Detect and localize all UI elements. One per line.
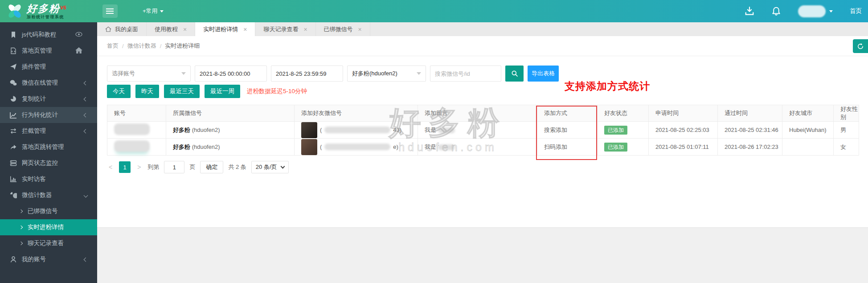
breadcrumb-section[interactable]: 微信计数器 xyxy=(127,42,156,50)
owner-name: 好多粉 xyxy=(173,127,190,133)
sidebar-item-label: 微信计数器 xyxy=(22,191,52,199)
per-page-select[interactable]: 20 条/页 xyxy=(251,161,289,173)
tab-realtime-fans[interactable]: 实时进粉详情× xyxy=(195,22,255,36)
chevron-left-icon xyxy=(84,97,88,101)
col-friend-status: 好友状态 xyxy=(598,105,649,122)
tab-label: 已绑微信号 xyxy=(324,25,353,33)
bell-icon[interactable] xyxy=(771,6,781,16)
sidebar-toggle-button[interactable] xyxy=(102,4,118,18)
sidebar: js代码和教程 落地页管理 插件管理 微信在线管理 复制统计 xyxy=(0,22,97,283)
sidebar-item-intercept[interactable]: 拦截管理 xyxy=(0,123,97,139)
range-week-button[interactable]: 最近一周 xyxy=(205,85,240,98)
cell-city: Hubei(Wuhan) xyxy=(782,122,834,139)
range-yesterday-button[interactable]: 昨天 xyxy=(135,85,159,98)
sidebar-item-wechat-online[interactable]: 微信在线管理 xyxy=(0,75,97,91)
user-menu[interactable] xyxy=(798,5,833,17)
sidebar-subitem-label: 实时进粉详情 xyxy=(28,223,64,231)
sidebar-item-status-monitor[interactable]: 网页状态监控 xyxy=(0,155,97,171)
prev-page-button[interactable]: < xyxy=(107,164,114,171)
cell-status: 已添加 xyxy=(598,139,649,156)
wechat-select[interactable]: 好多粉(hduofen2) xyxy=(347,66,426,82)
range-3days-button[interactable]: 最近三天 xyxy=(164,85,200,98)
paper-plane-icon xyxy=(10,63,17,70)
cell-status: 已添加 xyxy=(598,122,649,139)
home-icon xyxy=(105,26,111,32)
close-icon[interactable]: × xyxy=(183,26,187,33)
cell-apply-time: 2021-08-25 01:07:11 xyxy=(649,139,718,156)
range-today-button[interactable]: 今天 xyxy=(107,85,131,98)
tab-bound-wechat[interactable]: 已绑微信号× xyxy=(316,22,370,36)
breadcrumb-current: 实时进粉详细 xyxy=(165,42,200,50)
tab-label: 我的桌面 xyxy=(115,25,138,33)
sidebar-item-landing-redirect[interactable]: 落地页跳转管理 xyxy=(0,139,97,155)
app-window: 好多粉V5 加粉统计管理系统 +常用 首页 xyxy=(0,0,868,283)
date-end-input[interactable] xyxy=(271,66,343,82)
breadcrumb-separator: / xyxy=(122,43,124,49)
chevron-down-icon xyxy=(417,72,421,75)
close-icon[interactable]: × xyxy=(358,26,362,33)
chevron-right-icon xyxy=(19,242,23,245)
redacted-account xyxy=(114,140,150,152)
sidebar-item-js-code[interactable]: js代码和教程 xyxy=(0,27,97,43)
sidebar-item-plugins[interactable]: 插件管理 xyxy=(0,59,97,75)
tab-label: 聊天记录查看 xyxy=(263,25,298,33)
refresh-button[interactable] xyxy=(853,39,868,53)
chevron-down-icon xyxy=(84,193,88,197)
sidebar-item-copy-stats[interactable]: 复制统计 xyxy=(0,91,97,107)
current-page-button[interactable]: 1 xyxy=(119,161,131,173)
cell-pass-time: 2021-08-26 17:02:23 xyxy=(718,139,782,156)
search-icon xyxy=(511,70,518,77)
wechat-select-value: 好多粉(hduofen2) xyxy=(352,70,397,78)
sidebar-item-landing-page[interactable]: 落地页管理 xyxy=(0,43,97,59)
close-icon[interactable]: × xyxy=(303,26,307,33)
sidebar-item-label: js代码和教程 xyxy=(22,31,56,39)
page-icon xyxy=(10,47,17,54)
home-link[interactable]: 首页 xyxy=(850,7,862,15)
next-page-button[interactable]: > xyxy=(135,164,143,171)
quick-menu-dropdown[interactable]: +常用 xyxy=(143,7,164,15)
sidebar-item-label: 落地页管理 xyxy=(22,47,52,55)
trend-chart-icon xyxy=(10,111,17,119)
page-label: 页 xyxy=(189,163,195,171)
app-title: 好多粉 xyxy=(27,3,60,14)
goto-confirm-button[interactable]: 确定 xyxy=(200,161,223,173)
cell-friend: ( e) xyxy=(295,139,418,156)
export-button[interactable]: 导出表格 xyxy=(528,66,559,82)
chevron-down-icon xyxy=(181,72,186,75)
sidebar-subitem-bound-wechat[interactable]: 已绑微信号 xyxy=(0,203,97,219)
goto-label: 到第 xyxy=(147,163,159,171)
tab-tutorial[interactable]: 使用教程× xyxy=(147,22,195,36)
goto-page-input[interactable] xyxy=(164,161,184,173)
main-area: 我的桌面 使用教程× 实时进粉详情× 聊天记录查看× 已绑微信号× 首页 / 微… xyxy=(97,22,868,283)
app-subtitle: 加粉统计管理系统 xyxy=(27,15,66,19)
search-input[interactable] xyxy=(430,66,501,82)
cell-account xyxy=(107,122,166,139)
table-header-row: 账号 所属微信号 添加好友微信号 添加留言 添加方式 好友状态 申请时间 通过时… xyxy=(107,105,859,122)
owner-id: (hduofen2) xyxy=(192,127,220,133)
sidebar-item-realtime-visitors[interactable]: 实时访客 xyxy=(0,171,97,187)
sidebar-item-label: 行为转化统计 xyxy=(22,111,58,119)
sidebar-subitem-realtime-fans[interactable]: 实时进粉详情 xyxy=(0,219,97,235)
sidebar-subitem-chat-records[interactable]: 聊天记录查看 xyxy=(0,235,97,251)
redacted-friend-name xyxy=(324,144,390,150)
page-background xyxy=(97,227,868,283)
message-text: 我是 xyxy=(425,127,436,133)
search-button[interactable] xyxy=(505,66,524,82)
breadcrumb-home[interactable]: 首页 xyxy=(107,42,119,50)
friend-avatar xyxy=(301,122,317,138)
close-icon[interactable]: × xyxy=(243,26,247,33)
account-select[interactable]: 选择账号 xyxy=(107,66,191,82)
download-icon[interactable] xyxy=(745,6,754,16)
tab-chat-records[interactable]: 聊天记录查看× xyxy=(255,22,315,36)
redacted-message xyxy=(438,144,455,150)
date-start-input[interactable] xyxy=(195,66,267,82)
home-icon xyxy=(75,47,87,55)
tab-label: 实时进粉详情 xyxy=(203,25,238,33)
sidebar-item-behavior-stats[interactable]: 行为转化统计 xyxy=(0,107,97,123)
cell-owner: 好多粉 (hduofen2) xyxy=(166,139,295,156)
sidebar-item-my-account[interactable]: 我的账号 xyxy=(0,251,97,267)
cell-method: 搜索添加 xyxy=(537,122,598,139)
sidebar-item-wechat-counter[interactable]: 微信计数器 xyxy=(0,187,97,203)
tab-my-desktop[interactable]: 我的桌面 xyxy=(97,22,147,36)
col-city: 好友城市 xyxy=(782,105,834,122)
